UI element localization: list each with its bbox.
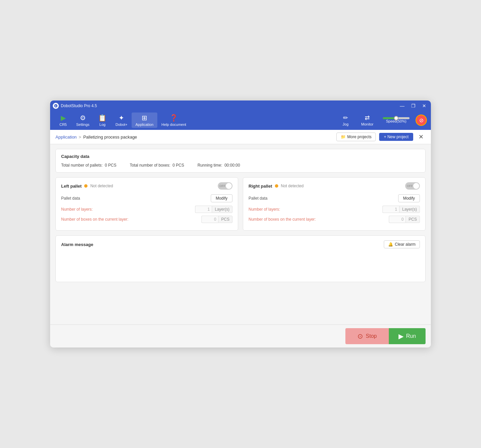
breadcrumb-current: Palletizing process package xyxy=(83,135,137,140)
help-icon: ❓ xyxy=(170,114,178,122)
right-pallet-header: Right pallet Not detected OFF xyxy=(249,182,420,190)
toolbar-settings[interactable]: ⚙ Settings xyxy=(72,113,94,128)
total-pallets: Total number of pallets: 0 PCS xyxy=(61,163,116,168)
left-pallet-toggle[interactable]: OFF xyxy=(218,182,232,190)
minimize-button[interactable]: — xyxy=(398,102,407,109)
left-pallet-title-group: Left pallet Not detected xyxy=(61,184,113,189)
stop-icon: ⊙ xyxy=(357,332,363,340)
run-icon: ▶ xyxy=(398,332,404,340)
toolbar-jog[interactable]: ✏ Jog xyxy=(339,113,352,128)
running-time-label: Running time: xyxy=(197,163,222,168)
toolbar-application-label: Application xyxy=(136,123,154,127)
toolbar-jog-label: Jog xyxy=(343,122,349,126)
left-layers-unit: Layer(s) xyxy=(212,206,232,213)
app-title: DobotStudio Pro 4.5 xyxy=(61,103,398,108)
toolbar-log-label: Log xyxy=(100,123,106,127)
right-pallet-modify-button[interactable]: Modify xyxy=(398,194,420,202)
right-boxes-row: Number of boxes on the current layer: PC… xyxy=(249,216,420,223)
speed-slider[interactable] xyxy=(383,117,410,119)
total-boxes-value: 0 PCS xyxy=(173,163,184,168)
right-pallet-toggle[interactable]: OFF xyxy=(405,182,420,190)
application-icon: ⊞ xyxy=(142,114,147,122)
breadcrumb-actions: 📁 More projects + New project ✕ xyxy=(336,133,426,141)
capacity-data-title: Capacity data xyxy=(61,154,420,159)
window-controls: — ❐ ✕ xyxy=(398,102,428,109)
folder-icon: 📁 xyxy=(341,135,346,139)
close-panel-button[interactable]: ✕ xyxy=(417,133,426,141)
toolbar-dobot-plus[interactable]: ✦ Dobot+ xyxy=(112,113,132,128)
breadcrumb-separator: > xyxy=(79,135,82,140)
jog-icon: ✏ xyxy=(343,114,348,122)
toolbar: ▶ CR5 ⚙ Settings 📋 Log ✦ Dobot+ ⊞ Applic… xyxy=(50,111,431,130)
toolbar-monitor[interactable]: ⇄ Monitor xyxy=(358,113,377,128)
right-boxes-input[interactable] xyxy=(389,216,406,223)
left-pallet-data-label: Pallet data xyxy=(61,196,80,201)
more-projects-button[interactable]: 📁 More projects xyxy=(336,133,376,141)
bottom-bar: ⊙ Stop ▶ Run xyxy=(50,324,431,348)
run-label: Run xyxy=(406,333,416,339)
dobot-plus-icon: ✦ xyxy=(119,114,124,122)
left-pallet-data-row: Pallet data Modify xyxy=(61,194,232,202)
left-layers-label: Number of layers: xyxy=(61,207,93,212)
restore-button[interactable]: ❐ xyxy=(409,102,418,109)
right-pallet-card: Right pallet Not detected OFF Pallet dat… xyxy=(243,177,426,231)
toolbar-right: ✏ Jog ⇄ Monitor Speed(50%) ⊘ xyxy=(339,113,427,128)
total-boxes-label: Total number of boxes: xyxy=(130,163,170,168)
title-bar: D DobotStudio Pro 4.5 — ❐ ✕ xyxy=(50,100,431,111)
left-layers-input-group: Layer(s) xyxy=(195,206,232,213)
right-boxes-label: Number of boxes on the current layer: xyxy=(249,217,316,222)
alarm-title: Alarm message xyxy=(61,242,93,247)
right-boxes-unit: PCS xyxy=(406,216,420,223)
toolbar-application[interactable]: ⊞ Application xyxy=(132,113,158,128)
toolbar-log[interactable]: 📋 Log xyxy=(94,113,112,128)
app-logo: D xyxy=(53,103,59,109)
toolbar-cr5[interactable]: ▶ CR5 xyxy=(54,113,72,128)
speed-control[interactable]: Speed(50%) xyxy=(383,117,410,123)
capacity-stats: Total number of pallets: 0 PCS Total num… xyxy=(61,163,420,168)
toolbar-help[interactable]: ❓ Help document xyxy=(157,113,190,128)
left-layers-input[interactable] xyxy=(195,206,212,213)
right-pallet-title: Right pallet xyxy=(249,184,272,189)
running-time-value: 00:00:00 xyxy=(224,163,240,168)
toolbar-monitor-label: Monitor xyxy=(361,122,373,126)
stop-button[interactable]: ⊙ Stop xyxy=(345,328,389,344)
breadcrumb-parent[interactable]: Application xyxy=(55,135,77,140)
run-button[interactable]: ▶ Run xyxy=(389,328,426,344)
right-layers-input-group: Layer(s) xyxy=(382,206,420,213)
left-pallet-card: Left pallet Not detected OFF Pallet data… xyxy=(55,177,238,231)
more-projects-label: More projects xyxy=(347,135,372,139)
right-layers-row: Number of layers: Layer(s) xyxy=(249,206,420,213)
toolbar-dobot-plus-label: Dobot+ xyxy=(116,123,128,127)
left-pallet-title: Left pallet xyxy=(61,184,82,189)
right-layers-unit: Layer(s) xyxy=(399,206,420,213)
toolbar-settings-label: Settings xyxy=(76,123,90,127)
settings-icon: ⚙ xyxy=(80,114,86,122)
left-pallet-status-dot xyxy=(84,184,88,188)
right-layers-input[interactable] xyxy=(382,206,399,213)
running-time: Running time: 00:00:00 xyxy=(197,163,240,168)
left-layers-row: Number of layers: Layer(s) xyxy=(61,206,232,213)
emergency-stop-button[interactable]: ⊘ xyxy=(416,115,427,126)
app-window: D DobotStudio Pro 4.5 — ❐ ✕ ▶ CR5 ⚙ Sett… xyxy=(50,100,431,348)
pallet-row: Left pallet Not detected OFF Pallet data… xyxy=(55,177,426,231)
new-project-button[interactable]: + New project xyxy=(379,133,413,141)
left-boxes-input-group: PCS xyxy=(201,216,232,223)
left-boxes-unit: PCS xyxy=(218,216,232,223)
monitor-icon: ⇄ xyxy=(365,114,370,122)
right-layers-label: Number of layers: xyxy=(249,207,280,212)
left-boxes-input[interactable] xyxy=(201,216,218,223)
toolbar-help-label: Help document xyxy=(161,123,186,127)
alarm-card: Alarm message 🔔 Clear alarm xyxy=(55,235,426,282)
right-pallet-title-group: Right pallet Not detected xyxy=(249,184,304,189)
clear-alarm-button[interactable]: 🔔 Clear alarm xyxy=(384,240,420,248)
new-project-label: + New project xyxy=(384,135,409,139)
left-pallet-status-label: Not detected xyxy=(90,184,113,188)
svg-text:D: D xyxy=(55,105,56,107)
toolbar-cr5-label: CR5 xyxy=(59,123,67,127)
left-pallet-modify-button[interactable]: Modify xyxy=(211,194,232,202)
left-boxes-label: Number of boxes on the current layer: xyxy=(61,217,128,222)
total-pallets-label: Total number of pallets: xyxy=(61,163,103,168)
right-boxes-input-group: PCS xyxy=(389,216,420,223)
right-pallet-status-dot xyxy=(275,184,278,188)
close-button[interactable]: ✕ xyxy=(420,102,428,109)
